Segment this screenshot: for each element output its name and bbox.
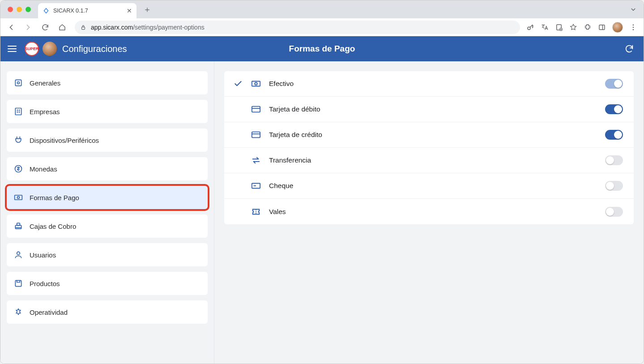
content: EfectivoTarjeta de débitoTarjeta de créd… bbox=[214, 61, 644, 364]
payment-row-tarjeta-de-crédito[interactable]: Tarjeta de crédito bbox=[224, 122, 634, 148]
url-text: app.sicarx.com/settings/payment-options bbox=[91, 24, 205, 31]
sidebar-item-label: Productos bbox=[30, 280, 60, 287]
browser-chrome: SICARX 0.1.7 ✕ ＋ app.sicarx.com/settings… bbox=[0, 0, 644, 36]
sidepanel-icon[interactable] bbox=[598, 23, 606, 31]
forward-button[interactable] bbox=[22, 21, 34, 34]
tabs-overflow-icon[interactable] bbox=[629, 5, 637, 13]
key-icon[interactable] bbox=[526, 23, 534, 31]
svg-point-27 bbox=[633, 26, 634, 28]
back-button[interactable] bbox=[5, 21, 17, 34]
sidebar-item-dispositivos-periféricos[interactable]: Dispositivos/Periféricos bbox=[7, 128, 208, 152]
sidebar-item-formas-de-pago[interactable]: Formas de Pago bbox=[7, 186, 208, 209]
card-icon bbox=[250, 104, 262, 114]
sidebar-item-label: Generales bbox=[30, 79, 60, 87]
svg-point-26 bbox=[633, 24, 634, 26]
svg-rect-24 bbox=[599, 25, 605, 30]
cash-icon bbox=[13, 193, 23, 202]
toggle-switch[interactable] bbox=[605, 155, 623, 165]
package-icon bbox=[13, 278, 23, 288]
toolbar: app.sicarx.com/settings/payment-options bbox=[0, 18, 644, 36]
payment-label: Tarjeta de débito bbox=[269, 105, 598, 113]
building-icon bbox=[13, 107, 23, 116]
payment-label: Cheque bbox=[269, 182, 598, 190]
extensions-icon[interactable] bbox=[584, 23, 592, 31]
new-tab-button[interactable]: ＋ bbox=[141, 3, 154, 16]
sidebar-item-operatividad[interactable]: Operatividad bbox=[7, 300, 208, 324]
toggle-switch[interactable] bbox=[605, 79, 623, 89]
payment-row-vales[interactable]: Vales bbox=[224, 199, 634, 224]
toggle-switch[interactable] bbox=[605, 181, 623, 191]
install-icon[interactable] bbox=[555, 23, 563, 31]
address-bar[interactable]: app.sicarx.com/settings/payment-options bbox=[75, 21, 520, 34]
sidebar-item-label: Cajas de Cobro bbox=[30, 223, 76, 230]
toggle-switch[interactable] bbox=[605, 104, 623, 114]
user-avatar[interactable] bbox=[43, 42, 57, 56]
sidebar-item-label: Empresas bbox=[30, 108, 60, 116]
toggle-switch[interactable] bbox=[605, 207, 623, 217]
sidebar-item-generales[interactable]: Generales bbox=[7, 71, 208, 94]
check-icon bbox=[233, 79, 243, 88]
url-domain: app.sicarx.com bbox=[91, 24, 133, 31]
payment-row-tarjeta-de-débito[interactable]: Tarjeta de débito bbox=[224, 97, 634, 122]
sidebar-item-label: Monedas bbox=[30, 165, 57, 173]
sidebar-item-monedas[interactable]: Monedas bbox=[7, 157, 208, 180]
payment-label: Tarjeta de crédito bbox=[269, 131, 598, 139]
currency-icon bbox=[13, 164, 23, 174]
translate-icon[interactable] bbox=[541, 23, 549, 31]
sidebar-item-empresas[interactable]: Empresas bbox=[7, 100, 208, 123]
svg-point-28 bbox=[633, 29, 634, 30]
user-icon bbox=[13, 250, 23, 260]
lock-icon bbox=[80, 24, 86, 30]
operability-icon bbox=[13, 307, 23, 317]
brand-logo[interactable]: SUPER bbox=[25, 42, 39, 56]
svg-point-21 bbox=[528, 27, 530, 30]
cheque-icon bbox=[250, 181, 262, 191]
sidebar-item-label: Usuarios bbox=[30, 251, 56, 259]
browser-tab[interactable]: SICARX 0.1.7 ✕ bbox=[38, 3, 136, 18]
payment-label: Transferencia bbox=[269, 156, 598, 164]
refresh-button[interactable] bbox=[622, 42, 636, 56]
sidebar-item-cajas-de-cobro[interactable]: Cajas de Cobro bbox=[7, 214, 208, 238]
reload-button[interactable] bbox=[39, 21, 51, 34]
sidebar-item-usuarios[interactable]: Usuarios bbox=[7, 243, 208, 266]
svg-rect-20 bbox=[82, 27, 85, 29]
tab-title: SICARX 0.1.7 bbox=[53, 8, 88, 14]
url-path: /settings/payment-options bbox=[133, 24, 205, 31]
page-title: Formas de Pago bbox=[289, 44, 355, 54]
toggle-switch[interactable] bbox=[605, 130, 623, 140]
tab-close-icon[interactable]: ✕ bbox=[127, 7, 132, 14]
payment-row-transferencia[interactable]: Transferencia bbox=[224, 148, 634, 173]
sidebar-item-productos[interactable]: Productos bbox=[7, 272, 208, 295]
sidebar-item-label: Dispositivos/Periféricos bbox=[30, 137, 99, 144]
sidebar-item-label: Operatividad bbox=[30, 308, 68, 316]
window-zoom-icon[interactable] bbox=[26, 7, 31, 12]
favicon-icon bbox=[43, 7, 50, 14]
profile-avatar[interactable] bbox=[612, 22, 623, 33]
menu-icon[interactable] bbox=[629, 23, 637, 31]
payment-label: Vales bbox=[269, 208, 598, 216]
plug-icon bbox=[13, 135, 23, 145]
payment-label: Efectivo bbox=[269, 80, 598, 88]
section-title: Configuraciones bbox=[62, 44, 127, 54]
window-controls[interactable] bbox=[8, 7, 31, 12]
voucher-icon bbox=[250, 207, 262, 217]
payment-row-cheque[interactable]: Cheque bbox=[224, 173, 634, 199]
sidebar-item-label: Formas de Pago bbox=[30, 194, 79, 201]
card-icon bbox=[250, 130, 262, 140]
window-minimize-icon[interactable] bbox=[17, 7, 22, 12]
star-icon[interactable] bbox=[569, 23, 577, 31]
app-header: SUPER Configuraciones Formas de Pago bbox=[0, 36, 644, 61]
transfer-icon bbox=[250, 155, 262, 165]
register-icon bbox=[13, 221, 23, 231]
payment-row-efectivo[interactable]: Efectivo bbox=[224, 71, 634, 97]
tab-strip: SICARX 0.1.7 ✕ ＋ bbox=[0, 0, 644, 18]
sidebar: GeneralesEmpresasDispositivos/Periférico… bbox=[0, 61, 214, 364]
payment-methods-panel: EfectivoTarjeta de débitoTarjeta de créd… bbox=[224, 71, 634, 224]
app: SUPER Configuraciones Formas de Pago Gen… bbox=[0, 36, 644, 364]
cash-icon bbox=[250, 79, 262, 89]
settings-rect-icon bbox=[13, 78, 23, 88]
window-close-icon[interactable] bbox=[8, 7, 13, 12]
menu-button[interactable] bbox=[8, 43, 18, 54]
home-button[interactable] bbox=[56, 21, 68, 34]
